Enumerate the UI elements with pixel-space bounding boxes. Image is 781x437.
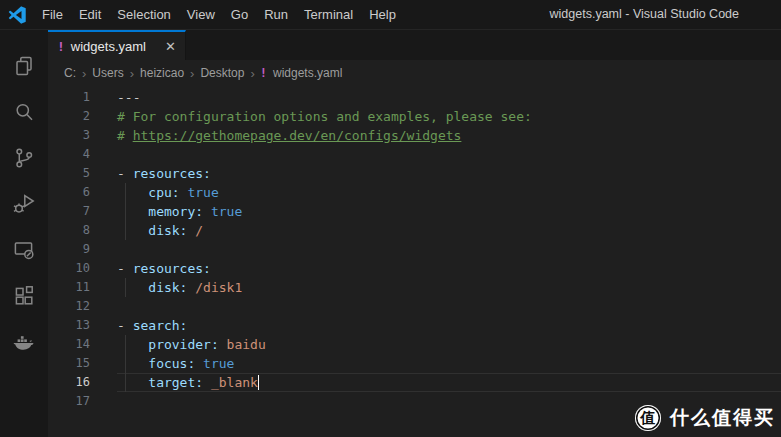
code-line-15[interactable]: 15 focus: true	[48, 354, 781, 373]
activity-search-icon[interactable]	[2, 89, 46, 135]
yaml-file-icon: !	[260, 66, 267, 80]
breadcrumb-file[interactable]: widgets.yaml	[272, 66, 343, 80]
menu-help[interactable]: Help	[361, 4, 404, 25]
token-ws	[117, 337, 148, 352]
line-content: # https://gethomepage.dev/en/configs/wid…	[117, 126, 781, 145]
code-line-5[interactable]: 5- resources:	[48, 164, 781, 183]
code-line-8[interactable]: 8 disk: /	[48, 221, 781, 240]
token-ws	[219, 337, 227, 352]
line-content: - resources:	[117, 259, 781, 278]
token-punct: ---	[117, 90, 140, 105]
activity-source-control-icon[interactable]	[2, 135, 46, 181]
token-bool: true	[187, 185, 218, 200]
token-str: _blank	[211, 375, 258, 390]
menu-run[interactable]: Run	[256, 4, 296, 25]
code-line-6[interactable]: 6 cpu: true	[48, 183, 781, 202]
line-content	[117, 297, 781, 316]
breadcrumb-desktop[interactable]: Desktop	[199, 66, 245, 80]
line-number: 2	[48, 107, 117, 126]
title-bar[interactable]: FileEditSelectionViewGoRunTerminalHelp w…	[0, 0, 781, 30]
indent-guide	[125, 183, 126, 202]
line-number: 8	[48, 221, 117, 240]
chevron-right-icon: ›	[77, 66, 91, 81]
token-bool: true	[211, 204, 242, 219]
menu-file[interactable]: File	[34, 4, 71, 25]
line-number: 12	[48, 297, 117, 316]
token-punct: -	[117, 166, 133, 181]
code-line-7[interactable]: 7 memory: true	[48, 202, 781, 221]
code-line-10[interactable]: 10- resources:	[48, 259, 781, 278]
line-content: - resources:	[117, 164, 781, 183]
line-number: 16	[48, 373, 117, 392]
code-line-11[interactable]: 11 disk: /disk1	[48, 278, 781, 297]
line-content	[117, 240, 781, 259]
activity-explorer-files-icon[interactable]	[2, 43, 46, 89]
line-number: 3	[48, 126, 117, 145]
code-line-3[interactable]: 3# https://gethomepage.dev/en/configs/wi…	[48, 126, 781, 145]
line-number: 14	[48, 335, 117, 354]
code-editor[interactable]: 1---2# For configuration options and exa…	[48, 86, 781, 437]
tab-widgets-yaml[interactable]: ! widgets.yaml ✕	[48, 30, 186, 60]
line-number: 4	[48, 145, 117, 164]
line-number: 17	[48, 392, 117, 411]
code-line-14[interactable]: 14 provider: baidu	[48, 335, 781, 354]
line-content: provider: baidu	[117, 335, 781, 354]
code-line-13[interactable]: 13- search:	[48, 316, 781, 335]
token-key: memory:	[148, 204, 203, 219]
line-number: 1	[48, 88, 117, 107]
activity-bar	[0, 30, 48, 437]
smzdm-logo-icon: 值	[635, 405, 661, 431]
code-line-12[interactable]: 12	[48, 297, 781, 316]
code-line-9[interactable]: 9	[48, 240, 781, 259]
code-line-2[interactable]: 2# For configuration options and example…	[48, 107, 781, 126]
activity-extensions-icon[interactable]	[2, 273, 46, 319]
indent-guide	[125, 354, 126, 373]
breadcrumb-heizicao[interactable]: heizicao	[139, 66, 185, 80]
token-key: resources:	[133, 166, 211, 181]
line-content	[117, 145, 781, 164]
line-content: target: _blank	[117, 373, 781, 392]
line-number: 5	[48, 164, 117, 183]
breadcrumb: C:›Users›heizicao›Desktop›!widgets.yaml	[48, 60, 781, 86]
menu-go[interactable]: Go	[223, 4, 256, 25]
menu-selection[interactable]: Selection	[109, 4, 178, 25]
token-key: disk:	[148, 223, 187, 238]
smzdm-watermark-text: 什么值得买	[670, 405, 775, 431]
breadcrumb-users[interactable]: Users	[91, 66, 124, 80]
line-content: disk: /disk1	[117, 278, 781, 297]
code-line-4[interactable]: 4	[48, 145, 781, 164]
breadcrumb-c[interactable]: C:	[63, 66, 77, 80]
line-content: # For configuration options and examples…	[117, 107, 781, 126]
token-punct: -	[117, 261, 133, 276]
activity-run-and-debug-icon[interactable]	[2, 181, 46, 227]
window-title: widgets.yaml - Visual Studio Code	[550, 7, 739, 21]
indent-guide	[125, 373, 126, 392]
activity-docker-icon[interactable]	[2, 319, 46, 365]
chevron-right-icon: ›	[125, 66, 139, 81]
line-content: disk: /	[117, 221, 781, 240]
token-ws	[117, 223, 148, 238]
token-ws	[203, 204, 211, 219]
chevron-right-icon: ›	[245, 66, 259, 81]
tab-close-icon[interactable]: ✕	[165, 40, 176, 53]
token-str: /	[195, 223, 203, 238]
token-key: provider:	[148, 337, 218, 352]
token-ws	[117, 356, 148, 371]
token-ws	[195, 356, 203, 371]
smzdm-watermark: 值 什么值得买	[635, 405, 775, 431]
line-number: 15	[48, 354, 117, 373]
token-punct: -	[117, 318, 133, 333]
token-bool: true	[203, 356, 234, 371]
menu-bar: FileEditSelectionViewGoRunTerminalHelp	[34, 4, 404, 25]
menu-view[interactable]: View	[179, 4, 223, 25]
token-str: baidu	[227, 337, 266, 352]
code-line-1[interactable]: 1---	[48, 88, 781, 107]
menu-edit[interactable]: Edit	[71, 4, 109, 25]
token-ws	[117, 280, 148, 295]
activity-remote-explorer-icon[interactable]	[2, 227, 46, 273]
line-number: 13	[48, 316, 117, 335]
token-ws	[117, 375, 148, 390]
code-line-16[interactable]: 16 target: _blank	[48, 373, 781, 392]
indent-guide	[125, 202, 126, 221]
menu-terminal[interactable]: Terminal	[296, 4, 361, 25]
